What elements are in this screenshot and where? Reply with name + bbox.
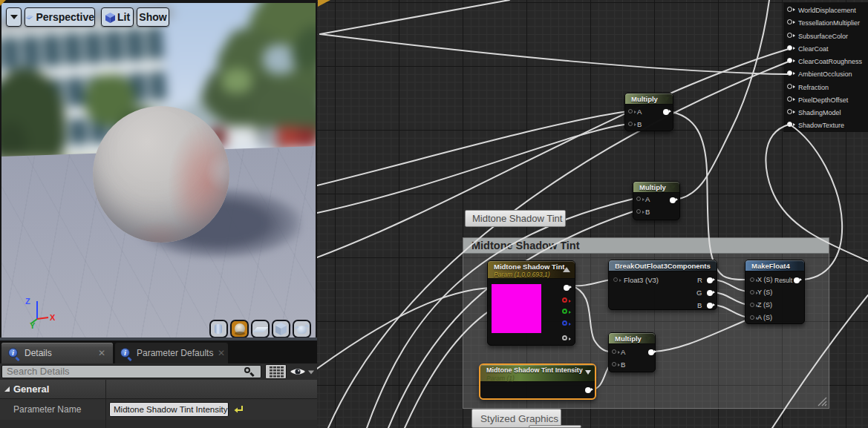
svg-text:Y: Y — [30, 321, 36, 329]
svg-text:X: X — [50, 313, 56, 322]
svg-text:Z: Z — [25, 297, 30, 306]
